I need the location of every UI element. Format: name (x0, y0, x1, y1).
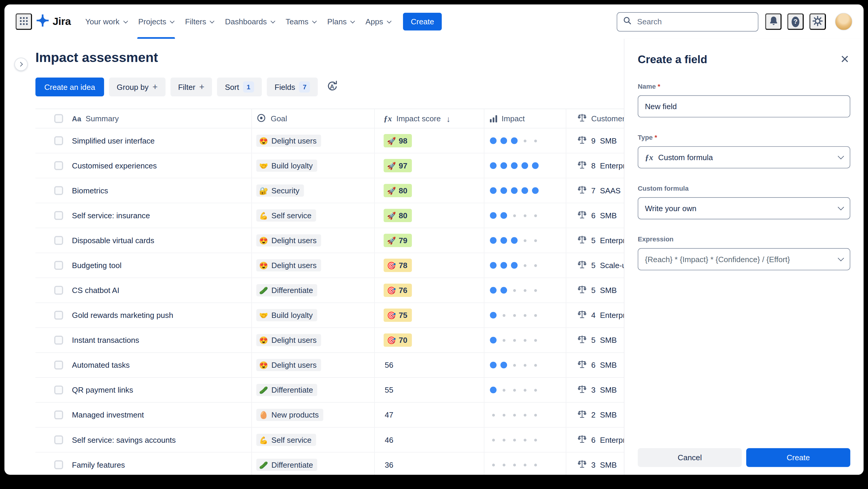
table-row[interactable]: Gold rewards marketing push🤝Build loyalt… (36, 303, 700, 328)
summary-cell[interactable]: Simplified user interface (66, 128, 252, 153)
nav-item-apps[interactable]: Apps (360, 4, 397, 39)
goal-chip[interactable]: 😍Delight users (256, 135, 321, 147)
close-button[interactable]: × (836, 50, 854, 67)
row-checkbox[interactable] (54, 186, 63, 195)
goal-chip[interactable]: 🤝Build loyalty (256, 160, 317, 172)
create-field-button[interactable]: Create (746, 448, 850, 467)
nav-item-teams[interactable]: Teams (280, 4, 322, 39)
row-checkbox[interactable] (54, 136, 63, 145)
table-row[interactable]: Simplified user interface😍Delight users🚀… (36, 128, 700, 153)
summary-cell[interactable]: Budgeting tool (66, 253, 252, 278)
filter-button[interactable]: Filter+ (170, 78, 212, 97)
nav-item-your-work[interactable]: Your work (80, 4, 133, 39)
impact-cell[interactable] (485, 428, 566, 452)
impact-score-cell[interactable]: 🎯78 (375, 253, 485, 278)
help-button[interactable]: ? (787, 13, 804, 30)
row-checkbox[interactable] (54, 236, 63, 245)
goal-cell[interactable]: 🥒Differentiate (252, 453, 375, 475)
row-checkbox[interactable] (54, 410, 63, 419)
row-checkbox[interactable] (54, 286, 63, 295)
table-row[interactable]: Automated tasks😍Delight users566SMB (36, 353, 700, 378)
table-row[interactable]: Disposable virtual cards😍Delight users🚀7… (36, 228, 700, 253)
goal-cell[interactable]: 🥒Differentiate (252, 278, 375, 303)
nav-item-projects[interactable]: Projects (133, 4, 180, 39)
goal-chip[interactable]: 🔐Security (256, 184, 304, 197)
impact-score-cell[interactable]: 🎯75 (375, 303, 485, 327)
user-avatar[interactable] (835, 13, 852, 31)
group-by-button[interactable]: Group by+ (109, 78, 165, 97)
impact-cell[interactable] (485, 303, 566, 327)
table-row[interactable]: Family features🥒Differentiate363SMB (36, 453, 700, 475)
table-row[interactable]: QR payment links🥒Differentiate553SMB (36, 378, 700, 403)
sidebar-expand-button[interactable] (14, 58, 28, 71)
impact-cell[interactable] (485, 278, 566, 303)
column-header-goal[interactable]: Goal (252, 109, 375, 128)
row-checkbox[interactable] (54, 211, 63, 220)
global-search[interactable] (617, 12, 758, 31)
impact-score-cell[interactable]: 🚀80 (375, 203, 485, 228)
search-input[interactable] (636, 17, 752, 27)
impact-cell[interactable] (485, 253, 566, 278)
impact-cell[interactable] (485, 228, 566, 253)
impact-score-cell[interactable]: 🚀97 (375, 153, 485, 178)
table-row[interactable]: Managed investment🥚New products472SMB (36, 403, 700, 428)
column-header-summary[interactable]: Aa Summary (66, 109, 252, 128)
app-switcher-button[interactable] (16, 13, 32, 30)
goal-chip[interactable]: 😍Delight users (256, 334, 321, 346)
goal-cell[interactable]: 😍Delight users (252, 328, 375, 352)
fields-button[interactable]: Fields7 (267, 78, 318, 97)
table-row[interactable]: Biometrics🔐Security🚀807SAAS (36, 178, 700, 203)
summary-cell[interactable]: Disposable virtual cards (66, 228, 252, 253)
custom-formula-select[interactable]: Write your own (638, 197, 850, 220)
impact-cell[interactable] (485, 178, 566, 203)
impact-score-cell[interactable]: 36 (375, 453, 485, 475)
summary-cell[interactable]: Managed investment (66, 403, 252, 427)
goal-chip[interactable]: 😍Delight users (256, 359, 321, 371)
summary-cell[interactable]: CS chatbot AI (66, 278, 252, 303)
field-type-select[interactable]: ƒx Custom formula (638, 146, 850, 168)
notifications-button[interactable] (765, 13, 782, 30)
summary-cell[interactable]: Customised experiences (66, 153, 252, 178)
goal-cell[interactable]: 🥒Differentiate (252, 378, 375, 402)
row-checkbox[interactable] (54, 385, 63, 394)
expression-select[interactable]: {Reach} * {Impact} * {Confidence} / {Eff… (638, 248, 850, 270)
goal-chip[interactable]: 🥚New products (256, 409, 323, 421)
table-row[interactable]: Instant transactions😍Delight users🎯705SM… (36, 328, 700, 353)
settings-button[interactable] (809, 13, 826, 30)
goal-cell[interactable]: 💪Self service (252, 428, 375, 452)
impact-cell[interactable] (485, 203, 566, 228)
nav-item-filters[interactable]: Filters (180, 4, 220, 39)
goal-cell[interactable]: 💪Self service (252, 203, 375, 228)
goal-cell[interactable]: 😍Delight users (252, 228, 375, 253)
impact-score-cell[interactable]: 56 (375, 353, 485, 377)
summary-cell[interactable]: QR payment links (66, 378, 252, 402)
summary-cell[interactable]: Automated tasks (66, 353, 252, 377)
impact-score-cell[interactable]: 🚀79 (375, 228, 485, 253)
goal-cell[interactable]: 🔐Security (252, 178, 375, 203)
nav-item-plans[interactable]: Plans (322, 4, 360, 39)
impact-cell[interactable] (485, 328, 566, 352)
goal-chip[interactable]: 🥒Differentiate (256, 459, 317, 471)
nav-item-dashboards[interactable]: Dashboards (220, 4, 280, 39)
impact-score-cell[interactable]: 🚀98 (375, 128, 485, 153)
summary-cell[interactable]: Self service: insurance (66, 203, 252, 228)
row-checkbox[interactable] (54, 311, 63, 320)
row-checkbox[interactable] (54, 161, 63, 170)
impact-score-cell[interactable]: 🚀80 (375, 178, 485, 203)
row-checkbox[interactable] (54, 361, 63, 370)
row-checkbox[interactable] (54, 435, 63, 444)
goal-cell[interactable]: 🤝Build loyalty (252, 153, 375, 178)
goal-cell[interactable]: 😍Delight users (252, 128, 375, 153)
row-checkbox[interactable] (54, 460, 63, 469)
goal-chip[interactable]: 🥒Differentiate (256, 384, 317, 396)
table-row[interactable]: Budgeting tool😍Delight users🎯785Scale-up… (36, 253, 700, 278)
goal-chip[interactable]: 😍Delight users (256, 259, 321, 271)
impact-cell[interactable] (485, 128, 566, 153)
impact-cell[interactable] (485, 378, 566, 402)
goal-chip[interactable]: 💪Self service (256, 209, 316, 222)
goal-chip[interactable]: 😍Delight users (256, 234, 321, 247)
impact-cell[interactable] (485, 153, 566, 178)
rank-sort-button[interactable]: A (323, 78, 342, 97)
impact-score-cell[interactable]: 🎯70 (375, 328, 485, 352)
impact-cell[interactable] (485, 453, 566, 475)
